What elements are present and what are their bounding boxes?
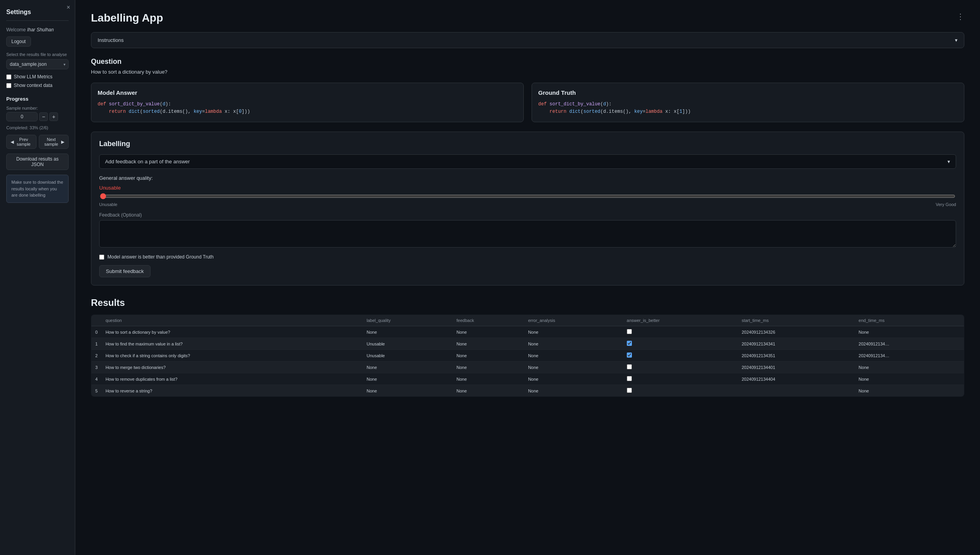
- table-row: 4 How to remove duplicates from a list? …: [91, 373, 964, 385]
- col-label-quality: label_quality: [363, 315, 452, 326]
- answer-is-better-checkbox[interactable]: [627, 341, 632, 346]
- answer-is-better-checkbox[interactable]: [627, 388, 632, 393]
- row-error-analysis: None: [524, 326, 623, 338]
- row-question: How to check if a string contains only d…: [102, 350, 363, 362]
- table-header-row: question label_quality feedback error_an…: [91, 315, 964, 326]
- row-answer-is-better[interactable]: [623, 350, 738, 362]
- row-end-time: 20240912134…: [855, 350, 964, 362]
- better-answer-row: Model answer is better than provided Gro…: [99, 254, 956, 260]
- row-feedback: None: [453, 362, 524, 373]
- model-answer-code: def sort_dict_by_value(d): return dict(s…: [98, 101, 517, 116]
- info-box: Make sure to download the results locall…: [6, 175, 69, 203]
- file-select-label: Select the results file to analyse: [6, 52, 69, 57]
- row-feedback: None: [453, 385, 524, 397]
- sidebar-title: Settings: [0, 0, 75, 20]
- close-icon[interactable]: ×: [67, 4, 70, 11]
- row-feedback: None: [453, 338, 524, 350]
- three-dots-menu[interactable]: ⋮: [956, 12, 964, 21]
- feedback-dropdown-label: Add feedback on a part of the answer: [105, 159, 190, 165]
- decrement-button[interactable]: −: [39, 112, 48, 121]
- row-index: 2: [91, 350, 102, 362]
- main-content: Labelling App ⋮ Instructions ▾ Question …: [75, 0, 980, 555]
- row-question: How to find the maximum value in a list?: [102, 338, 363, 350]
- results-table-body: 0 How to sort a dictionary by value? Non…: [91, 326, 964, 397]
- show-llm-checkbox[interactable]: [6, 74, 11, 80]
- row-label-quality: None: [363, 362, 452, 373]
- completed-text: Completed: 33% (2/6): [6, 125, 69, 130]
- row-answer-is-better[interactable]: [623, 385, 738, 397]
- row-error-analysis: None: [524, 362, 623, 373]
- welcome-prefix: Welcome: [6, 27, 27, 33]
- answer-columns: Model Answer def sort_dict_by_value(d): …: [91, 83, 964, 122]
- submit-feedback-button[interactable]: Submit feedback: [99, 265, 151, 277]
- row-error-analysis: None: [524, 373, 623, 385]
- answer-is-better-checkbox[interactable]: [627, 353, 632, 358]
- row-index: 5: [91, 385, 102, 397]
- show-llm-row: Show LLM Metrics: [6, 74, 69, 80]
- row-start-time: 20240912134404: [738, 373, 855, 385]
- file-select[interactable]: data_sample.json: [6, 59, 69, 69]
- sample-number-input[interactable]: [6, 112, 38, 121]
- col-index: [91, 315, 102, 326]
- main-header: Labelling App ⋮: [91, 12, 964, 24]
- feedback-textarea[interactable]: [99, 220, 956, 248]
- question-heading: Question: [91, 58, 964, 66]
- row-end-time: 20240912134…: [855, 338, 964, 350]
- table-row: 0 How to sort a dictionary by value? Non…: [91, 326, 964, 338]
- answer-is-better-checkbox[interactable]: [627, 376, 632, 381]
- prev-sample-button[interactable]: ◀ Prev sample: [6, 135, 36, 149]
- better-answer-checkbox[interactable]: [99, 255, 104, 260]
- next-icon: ▶: [61, 139, 64, 145]
- download-json-button[interactable]: Download results as JSON: [6, 154, 69, 170]
- col-answer-is-better: answer_is_better: [623, 315, 738, 326]
- ground-truth-panel: Ground Truth def sort_dict_by_value(d): …: [532, 83, 964, 122]
- quality-slider[interactable]: [100, 193, 955, 199]
- show-llm-label: Show LLM Metrics: [14, 74, 53, 80]
- row-end-time: None: [855, 326, 964, 338]
- show-context-label: Show context data: [14, 83, 53, 88]
- feedback-part-dropdown[interactable]: Add feedback on a part of the answer ▾: [99, 154, 956, 169]
- labelling-title: Labelling: [99, 140, 956, 148]
- row-error-analysis: None: [524, 338, 623, 350]
- increment-button[interactable]: +: [49, 112, 58, 121]
- results-section: Results question label_quality feedback …: [91, 297, 964, 397]
- row-question: How to remove duplicates from a list?: [102, 373, 363, 385]
- prev-label: Prev sample: [15, 137, 32, 146]
- feedback-optional-label: Feedback (Optional): [99, 212, 956, 218]
- sample-number-label: Sample number:: [6, 106, 69, 110]
- logout-button[interactable]: Logout: [6, 36, 31, 47]
- sidebar: × Settings Welcome Ihar Shulhan Logout S…: [0, 0, 75, 555]
- row-label-quality: None: [363, 326, 452, 338]
- nav-btn-row: ◀ Prev sample Next sample ▶: [6, 135, 69, 149]
- row-answer-is-better[interactable]: [623, 338, 738, 350]
- row-answer-is-better[interactable]: [623, 326, 738, 338]
- row-start-time: 20240912134401: [738, 362, 855, 373]
- show-context-row: Show context data: [6, 83, 69, 88]
- col-question: question: [102, 315, 363, 326]
- answer-is-better-checkbox[interactable]: [627, 364, 632, 369]
- show-context-checkbox[interactable]: [6, 83, 11, 88]
- row-start-time: 20240912134351: [738, 350, 855, 362]
- prev-icon: ◀: [11, 139, 14, 145]
- next-sample-button[interactable]: Next sample ▶: [39, 135, 69, 149]
- row-answer-is-better[interactable]: [623, 373, 738, 385]
- results-table: question label_quality feedback error_an…: [91, 315, 964, 397]
- row-end-time: None: [855, 362, 964, 373]
- row-end-time: None: [855, 385, 964, 397]
- row-label-quality: None: [363, 373, 452, 385]
- row-question: How to sort a dictionary by value?: [102, 326, 363, 338]
- model-answer-title: Model Answer: [98, 89, 517, 96]
- row-question: How to reverse a string?: [102, 385, 363, 397]
- instructions-dropdown[interactable]: Instructions ▾: [91, 32, 964, 48]
- row-answer-is-better[interactable]: [623, 362, 738, 373]
- row-feedback: None: [453, 326, 524, 338]
- sidebar-welcome-section: Welcome Ihar Shulhan Logout Select the r…: [0, 27, 75, 96]
- row-label-quality: Unusable: [363, 350, 452, 362]
- row-end-time: None: [855, 373, 964, 385]
- better-answer-label: Model answer is better than provided Gro…: [107, 254, 214, 260]
- answer-is-better-checkbox[interactable]: [627, 329, 632, 334]
- table-row: 1 How to find the maximum value in a lis…: [91, 338, 964, 350]
- row-feedback: None: [453, 373, 524, 385]
- row-index: 4: [91, 373, 102, 385]
- quality-label: General answer quality:: [99, 175, 956, 181]
